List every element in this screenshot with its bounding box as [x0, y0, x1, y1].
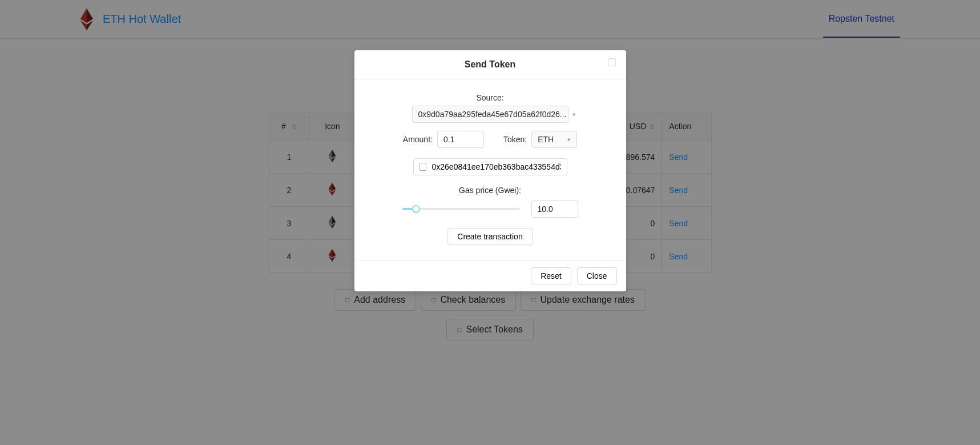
modal-body: Source: 0x9d0a79aa295feda45e67d05a62f0d2…	[354, 79, 626, 260]
gas-label: Gas price (Gwei):	[373, 186, 608, 195]
slider-handle[interactable]	[412, 205, 420, 213]
modal-overlay[interactable]: Send Token Source: 0x9d0a79aa295feda45e6…	[0, 0, 980, 445]
source-value: 0x9d0a79aa295feda45e67d05a62f0d26...	[418, 110, 567, 119]
amount-token-row: Amount: Token: ETH ▾	[373, 131, 608, 148]
chevron-down-icon: ▾	[572, 111, 576, 118]
send-token-modal: Send Token Source: 0x9d0a79aa295feda45e6…	[354, 50, 626, 291]
close-button[interactable]: Close	[577, 267, 617, 284]
amount-label: Amount:	[403, 135, 433, 144]
reset-button[interactable]: Reset	[531, 267, 571, 284]
gas-field: Gas price (Gwei):	[373, 186, 608, 218]
source-select[interactable]: 0x9d0a79aa295feda45e67d05a62f0d26... ▾	[412, 106, 568, 123]
token-value: ETH	[538, 135, 554, 144]
chevron-down-icon: ▾	[567, 136, 571, 143]
gas-slider[interactable]	[402, 205, 520, 213]
modal-title: Send Token	[465, 59, 516, 70]
address-icon	[420, 163, 426, 171]
create-transaction-button[interactable]: Create transaction	[447, 228, 532, 245]
token-select[interactable]: ETH ▾	[531, 131, 577, 148]
source-label: Source:	[373, 93, 608, 102]
destination-input[interactable]	[432, 162, 561, 171]
source-field: Source: 0x9d0a79aa295feda45e67d05a62f0d2…	[373, 93, 608, 123]
close-icon[interactable]	[608, 58, 616, 66]
amount-input[interactable]	[437, 131, 484, 148]
destination-field[interactable]	[413, 158, 567, 175]
gas-input[interactable]	[531, 201, 578, 218]
token-label: Token:	[503, 135, 527, 144]
modal-header: Send Token	[354, 50, 626, 79]
modal-footer: Reset Close	[354, 260, 626, 291]
